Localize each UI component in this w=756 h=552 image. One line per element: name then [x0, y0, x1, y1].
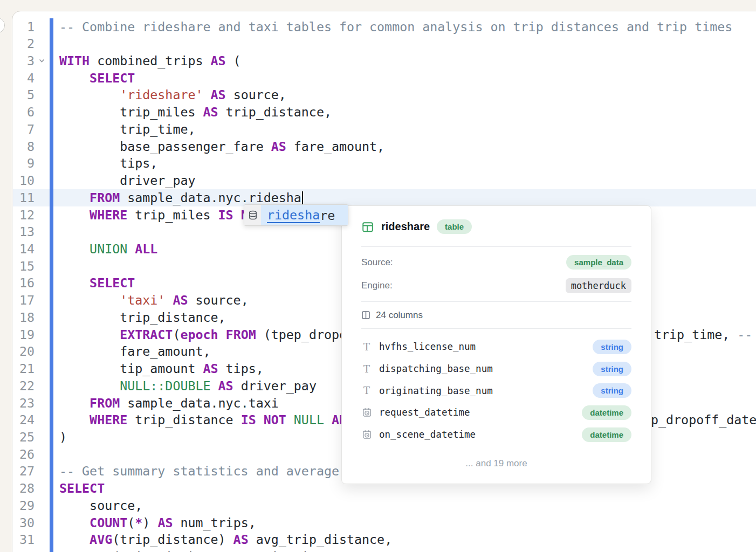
code-token	[59, 515, 90, 530]
code-token	[165, 293, 173, 307]
code-token: AS	[233, 532, 249, 547]
column-name: hvfhs_license_num	[379, 341, 593, 352]
source-label: Source:	[361, 257, 393, 268]
line-number: 24	[11, 411, 35, 429]
code-token: base_passenger_fare	[59, 139, 271, 154]
text-type-icon: T	[361, 385, 372, 396]
code-line[interactable]: 8 base_passenger_fare AS fare_amount,	[0, 138, 756, 155]
code-token: tip_amount	[59, 361, 203, 376]
code-token: FROM	[90, 396, 120, 410]
column-type-badge: datetime	[582, 405, 631, 420]
code-token: AS	[173, 293, 188, 307]
code-token: trip_miles	[59, 105, 203, 119]
code-token: NULL::DOUBLE	[120, 378, 210, 393]
code-token: sample_data.nyc.taxi	[120, 396, 279, 410]
code-token: (trip_time)	[112, 549, 203, 552]
columns-icon	[361, 310, 370, 320]
code-line[interactable]: 30 COUNT(*) AS num_trips,	[0, 514, 756, 532]
code-line[interactable]: 10 driver_pay	[0, 172, 756, 189]
code-line[interactable]: 5 'rideshare' AS source,	[0, 86, 756, 104]
code-token: --	[737, 327, 752, 342]
code-line[interactable]: 3WITH combined_trips AS (	[0, 52, 756, 70]
fold-chevron-icon[interactable]	[38, 57, 45, 64]
popover-title: rideshare	[381, 220, 430, 233]
code-line[interactable]: 32 AVG(trip_time) AS avg_trip_time,	[0, 548, 756, 552]
code-token: -- Combine rideshare and taxi tables for…	[59, 19, 732, 34]
code-token	[59, 549, 90, 552]
code-token: trip_miles	[127, 208, 218, 222]
line-number: 6	[11, 104, 35, 121]
autocomplete-popup[interactable]: rideshare	[244, 204, 348, 226]
text-type-icon: T	[361, 341, 372, 353]
code-token: fare_amount,	[59, 344, 211, 358]
line-number: 16	[11, 274, 35, 292]
column-type-badge: string	[593, 340, 631, 354]
code-token	[203, 87, 211, 102]
suggestion-item-rideshare[interactable]: rideshare	[261, 205, 348, 225]
code-token: source,	[188, 293, 248, 307]
line-number: 5	[11, 86, 35, 104]
code-token	[324, 412, 332, 427]
columns-count-row: 24 columns	[361, 302, 631, 328]
code-token: *	[135, 515, 142, 530]
code-token: IS NOT	[241, 412, 286, 427]
calendar-clock-icon	[361, 430, 372, 439]
code-line[interactable]: 6 trip_miles AS trip_distance,	[0, 104, 756, 121]
code-token	[59, 275, 90, 290]
code-line[interactable]: 11 FROM sample_data.nyc.ridesha	[0, 189, 756, 206]
code-token	[211, 378, 218, 393]
calendar-clock-icon	[361, 408, 372, 417]
code-token: )	[59, 430, 67, 444]
line-number: 10	[11, 172, 35, 189]
column-type-badge: string	[593, 362, 631, 376]
code-token: SELECT	[59, 481, 105, 495]
code-line[interactable]: 9 tips,	[0, 155, 756, 172]
code-token: WHERE	[90, 208, 127, 222]
code-token: tips,	[218, 361, 264, 376]
code-line[interactable]: 7 trip_time,	[0, 121, 756, 138]
code-line[interactable]: 2	[0, 35, 756, 52]
table-info-popover: rideshare table Source: sample_data Engi…	[341, 205, 651, 484]
code-token	[59, 208, 90, 222]
column-name: dispatching_base_num	[379, 363, 593, 374]
column-row: Toriginating_base_numstring	[361, 380, 631, 402]
code-token	[59, 87, 120, 102]
code-line[interactable]: 31 AVG(trip_distance) AS avg_trip_distan…	[0, 531, 756, 548]
column-row: request_datetimedatetime	[361, 402, 631, 424]
line-number: 19	[11, 326, 35, 343]
line-number: 17	[11, 292, 35, 309]
code-token: avg_trip_time,	[218, 549, 332, 552]
line-number: 25	[11, 429, 35, 446]
more-columns-label: ... and 19 more	[361, 458, 631, 469]
code-token: AVG	[90, 549, 112, 552]
code-token: (	[173, 327, 180, 342]
code-token: avg_trip_distance,	[249, 532, 393, 547]
code-token: (	[127, 515, 135, 530]
code-token: trip_time,	[59, 122, 195, 136]
code-token: 'rideshare'	[120, 87, 203, 102]
line-number: 3	[11, 52, 35, 70]
code-token: NULL	[294, 412, 324, 427]
columns-count: 24 columns	[376, 310, 423, 321]
code-token: trip_distance	[127, 412, 240, 427]
line-number: 18	[11, 309, 35, 326]
code-token: SELECT	[90, 71, 135, 85]
code-line[interactable]: 29 source,	[0, 497, 756, 514]
code-line-fragment: p_dropoff_datet	[651, 411, 756, 429]
code-line[interactable]: 4 SELECT	[0, 70, 756, 87]
code-token	[59, 190, 90, 205]
code-token: COUNT	[90, 515, 127, 530]
column-type-badge: string	[593, 383, 631, 398]
code-token	[59, 293, 120, 307]
code-token: AS	[203, 361, 218, 376]
code-token: ALL	[135, 242, 157, 256]
code-token	[286, 412, 294, 427]
code-token: epoch	[180, 327, 218, 342]
code-line[interactable]: 1-- Combine rideshare and taxi tables fo…	[0, 18, 756, 36]
line-number: 29	[11, 497, 35, 514]
code-token	[59, 242, 90, 256]
divider	[361, 246, 631, 247]
code-token	[59, 396, 90, 410]
code-token: source,	[226, 87, 286, 102]
code-token: AS	[218, 378, 233, 393]
